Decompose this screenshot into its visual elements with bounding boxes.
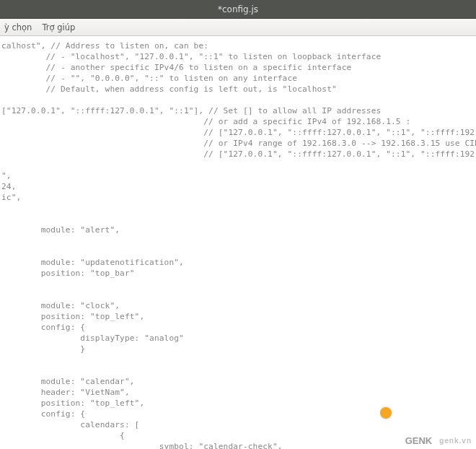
- code-line: // or IPv4 range of 192.168.3.0 --> 192.…: [1, 139, 476, 148]
- code-line: config: {: [1, 323, 85, 332]
- window-titlebar: *config.js: [0, 0, 476, 19]
- code-line: ic",: [1, 193, 21, 202]
- code-line: displayType: "analog": [1, 334, 184, 343]
- code-line: ",: [1, 171, 12, 180]
- code-line: }: [1, 344, 85, 354]
- code-content[interactable]: calhost", // Address to listen on, can b…: [0, 36, 476, 449]
- code-line: position: "top_bar": [1, 269, 135, 278]
- editor-viewport[interactable]: calhost", // Address to listen on, can b…: [0, 36, 476, 449]
- menu-item-help[interactable]: Trợ giúp: [42, 22, 75, 32]
- code-line: // ["127.0.0.1", "::ffff:127.0.0.1", "::…: [1, 128, 476, 137]
- code-line: module: "updatenotification",: [1, 258, 184, 267]
- code-line: module: "calendar",: [1, 377, 135, 386]
- menu-item-options[interactable]: ỳ chọn: [4, 22, 32, 32]
- menubar[interactable]: ỳ chọn Trợ giúp: [0, 19, 476, 36]
- window-title: *config.js: [218, 4, 258, 14]
- code-line: // - "localhost", "127.0.0.1", "::1" to …: [1, 52, 381, 61]
- code-line: ["127.0.0.1", "::ffff:127.0.0.1", "::1"]…: [1, 106, 381, 115]
- code-line: // Default, when address config is left …: [1, 84, 337, 94]
- watermark-logo: GENK: [405, 435, 433, 446]
- code-line: position: "top_left",: [1, 398, 144, 408]
- code-line: module: "clock",: [1, 301, 120, 310]
- code-line: config: {: [1, 409, 85, 419]
- code-line: calhost", // Address to listen on, can b…: [1, 41, 208, 51]
- code-line: module: "alert",: [1, 225, 120, 235]
- code-line: calendars: [: [1, 420, 139, 430]
- code-line: // or add a specific IPv4 of 192.168.1.5…: [1, 117, 410, 126]
- code-line: position: "top_left",: [1, 312, 144, 321]
- code-line: // - "", "0.0.0.0", "::" to listen on an…: [1, 74, 297, 83]
- pointer-indicator-icon: [380, 407, 392, 419]
- code-line: header: "VietNam",: [1, 388, 130, 397]
- code-line: // ["127.0.0.1", "::ffff:127.0.0.1", "::…: [1, 149, 476, 159]
- code-line: symbol: "calendar-check",: [1, 442, 283, 449]
- code-line: {: [1, 431, 125, 440]
- code-line: // - another specific IPv4/6 to listen o…: [1, 63, 351, 72]
- code-line: 24,: [1, 182, 17, 191]
- watermark-site: genk.vn: [439, 437, 472, 445]
- watermark: GENK genk.vn: [405, 435, 472, 446]
